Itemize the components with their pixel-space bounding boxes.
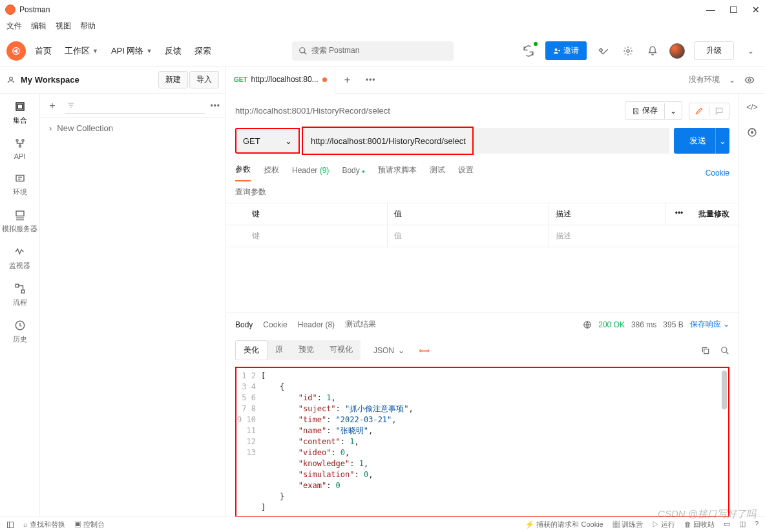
find-replace[interactable]: ⌕ 查找和替换 xyxy=(23,520,65,529)
runner[interactable]: ▷ 运行 xyxy=(652,520,675,529)
col-options[interactable]: ••• xyxy=(666,203,692,225)
tab-settings[interactable]: 设置 xyxy=(458,165,474,181)
nav-feedback[interactable]: 反馈 xyxy=(165,45,182,57)
edit-button[interactable] xyxy=(689,103,729,119)
sidebar-toggle-icon[interactable] xyxy=(6,521,14,529)
save-response[interactable]: 保存响应 ⌄ xyxy=(690,319,729,330)
tab-headers[interactable]: Header (9) xyxy=(292,166,329,180)
menu-view[interactable]: 视图 xyxy=(56,21,71,32)
url-input[interactable]: http://localhost:8001/HistoryRecord/sele… xyxy=(303,128,669,154)
environment-selector[interactable]: 没有环境 xyxy=(689,74,720,85)
close-icon[interactable]: ✕ xyxy=(752,5,760,15)
sidebar-options[interactable]: ••• xyxy=(210,101,220,110)
search-input[interactable]: 搜索 Postman xyxy=(292,41,454,61)
menu-help[interactable]: 帮助 xyxy=(80,21,96,32)
svg-point-8 xyxy=(16,139,18,141)
tab-body[interactable]: Body ● xyxy=(342,166,365,180)
invite-button[interactable]: 邀请 xyxy=(545,41,587,60)
key-input[interactable]: 键 xyxy=(226,225,388,247)
add-button[interactable]: + xyxy=(45,100,59,112)
save-button[interactable]: 保存 ⌄ xyxy=(625,101,682,120)
chevron-down-icon[interactable]: ⌄ xyxy=(715,128,729,154)
layout2-icon[interactable]: ◫ xyxy=(739,520,746,529)
col-desc: 描述 xyxy=(549,203,666,225)
person-add-icon xyxy=(553,47,561,55)
menu-edit[interactable]: 编辑 xyxy=(31,21,47,32)
view-preview[interactable]: 预览 xyxy=(291,340,322,360)
satellite-icon[interactable] xyxy=(596,43,611,59)
value-input[interactable]: 值 xyxy=(388,225,549,247)
rail-history[interactable]: 历史 xyxy=(13,319,27,344)
wrap-icon[interactable]: ⟺ xyxy=(415,342,434,359)
cookies-capture[interactable]: ⚡ 捕获的请求和 Cookie xyxy=(525,520,603,529)
menu-file[interactable]: 文件 xyxy=(6,21,22,32)
request-tab[interactable]: GET http://localhost:80... xyxy=(226,67,335,94)
resp-tests[interactable]: 测试结果 xyxy=(345,319,376,330)
tab-auth[interactable]: 授权 xyxy=(264,165,279,181)
format-selector[interactable]: JSON⌄ xyxy=(367,342,411,359)
nav-explore[interactable]: 探索 xyxy=(194,45,211,57)
layout-icon[interactable]: ▭ xyxy=(724,520,730,529)
chevron-down-icon: ⌄ xyxy=(285,136,292,146)
sync-icon[interactable] xyxy=(521,43,536,59)
titlebar: Postman — ☐ ✕ xyxy=(0,0,765,19)
tab-tests[interactable]: 测试 xyxy=(430,165,445,181)
api-icon xyxy=(14,137,26,150)
help-icon[interactable]: ? xyxy=(755,520,759,529)
scrollbar[interactable] xyxy=(722,371,727,409)
cookie-link[interactable]: Cookie xyxy=(706,169,729,178)
nav-apinet[interactable]: API 网络▼ xyxy=(111,45,152,57)
nav-workspace[interactable]: 工作区▼ xyxy=(65,45,98,57)
postman-logo-icon[interactable] xyxy=(6,41,26,61)
view-raw[interactable]: 原 xyxy=(267,340,291,360)
tab-prereq[interactable]: 预请求脚本 xyxy=(378,165,417,181)
rail-env[interactable]: 环境 xyxy=(13,172,27,197)
import-button[interactable]: 导入 xyxy=(189,71,219,88)
tab-options[interactable]: ••• xyxy=(359,76,382,85)
chevron-down-icon[interactable]: ⌄ xyxy=(729,76,735,85)
rail-collections[interactable]: 集合 xyxy=(13,100,27,125)
user-avatar[interactable] xyxy=(669,43,685,59)
code-icon[interactable]: </> xyxy=(746,103,757,112)
resp-body[interactable]: Body xyxy=(235,320,253,329)
chevron-down-icon[interactable]: ⌄ xyxy=(664,103,682,119)
trash[interactable]: 🗑 回收站 xyxy=(684,520,715,529)
rail-mock[interactable]: 模拟服务器 xyxy=(2,209,37,234)
minimize-icon[interactable]: — xyxy=(706,5,715,15)
new-button[interactable]: 新建 xyxy=(158,71,188,88)
settings-icon[interactable] xyxy=(620,43,636,59)
mock-icon xyxy=(14,209,26,221)
chevron-down-icon[interactable]: ⌄ xyxy=(743,43,759,59)
save-icon xyxy=(632,107,640,115)
maximize-icon[interactable]: ☐ xyxy=(729,5,738,15)
sidebar-item-collection[interactable]: › New Collection xyxy=(40,118,225,138)
console[interactable]: ▣ 控制台 xyxy=(74,520,105,529)
resp-headers[interactable]: Header (8) xyxy=(298,320,335,329)
method-selector[interactable]: GET ⌄ xyxy=(235,128,300,154)
notifications-icon[interactable] xyxy=(645,43,660,59)
send-button[interactable]: 发送 ⌄ xyxy=(674,128,729,154)
rail-api[interactable]: API xyxy=(14,137,26,160)
bootcamp[interactable]: ▦ 训练营 xyxy=(613,520,643,529)
new-tab-button[interactable]: + xyxy=(335,74,359,86)
tab-params[interactable]: 参数 xyxy=(235,164,251,181)
workspace-name[interactable]: My Workspace xyxy=(21,75,79,85)
view-pretty[interactable]: 美化 xyxy=(235,340,267,360)
response-body[interactable]: 1 2 3 4 5 6 7 8 9 10 11 12 13 [ { "id": … xyxy=(235,367,729,517)
copy-icon[interactable] xyxy=(701,346,710,355)
resp-cookie[interactable]: Cookie xyxy=(263,320,287,329)
info-icon[interactable] xyxy=(747,127,757,138)
svg-point-4 xyxy=(10,77,13,80)
upgrade-button[interactable]: 升级 xyxy=(694,41,734,60)
nav-home[interactable]: 首页 xyxy=(35,45,52,57)
svg-point-2 xyxy=(554,48,557,51)
globe-icon[interactable] xyxy=(583,320,592,329)
bulk-edit[interactable]: 批量修改 xyxy=(692,203,739,225)
rail-flow[interactable]: 流程 xyxy=(13,282,27,307)
view-visual[interactable]: 可视化 xyxy=(322,340,361,360)
search-response-icon[interactable] xyxy=(720,346,729,355)
rail-monitor[interactable]: 监视器 xyxy=(9,245,30,271)
filter-input[interactable] xyxy=(65,98,205,114)
desc-input[interactable]: 描述 xyxy=(549,225,739,247)
eye-icon[interactable] xyxy=(744,75,755,85)
